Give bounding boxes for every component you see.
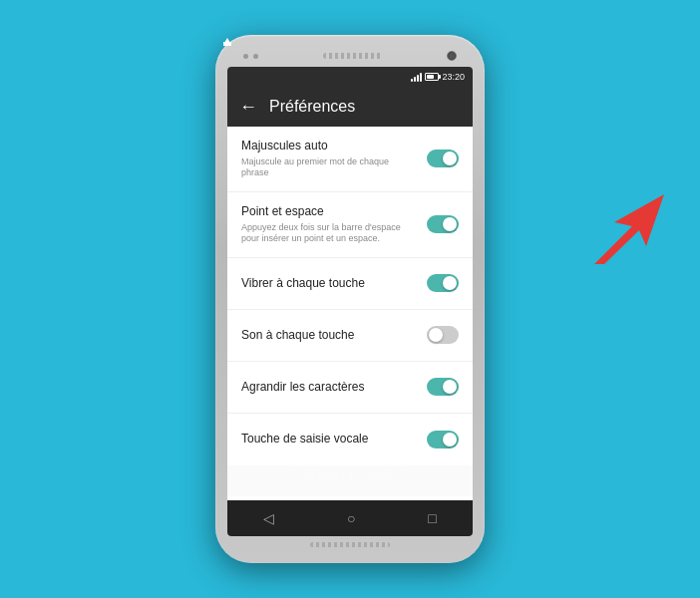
toggle-vibrer[interactable]: [427, 274, 459, 292]
toggle-thumb-vocale: [443, 433, 457, 447]
toggle-track-vocale: [427, 431, 459, 448]
toggle-track-son: [427, 326, 459, 344]
setting-desc-majuscules: Majuscule au premier mot de chaque phras…: [241, 156, 417, 179]
setting-text-majuscules: Majuscules auto Majuscule au premier mot…: [241, 139, 427, 179]
status-bar: 23:20: [227, 67, 473, 87]
setting-item-vocale[interactable]: Touche de saisie vocale: [227, 414, 473, 465]
setting-item-point-espace[interactable]: Point et espace Appuyez deux fois sur la…: [227, 192, 473, 258]
battery-icon: [425, 73, 439, 81]
toggle-agrandir[interactable]: [427, 378, 459, 396]
settings-list: Majuscules auto Majuscule au premier mot…: [227, 127, 473, 496]
toggle-track-majuscules: [427, 150, 459, 167]
setting-item-vibrer[interactable]: Vibrer à chaque touche: [227, 258, 473, 310]
nav-home-button[interactable]: ○: [347, 510, 355, 526]
phone-screen: 23:20 ← Préférences Majuscules auto Maju…: [227, 67, 473, 536]
status-icons: 23:20: [411, 72, 465, 82]
toggle-thumb-point-espace: [443, 217, 457, 231]
toggle-point-espace[interactable]: [427, 215, 459, 233]
toggle-thumb-vibrer: [443, 276, 457, 290]
setting-label-son: Son à chaque touche: [241, 328, 417, 344]
setting-item-agrandir[interactable]: Agrandir les caractères: [227, 362, 473, 414]
setting-text-vocale: Touche de saisie vocale: [241, 432, 427, 448]
sensor-dot-2: [253, 54, 258, 59]
back-button[interactable]: ←: [239, 97, 257, 118]
phone-frame: 23:20 ← Préférences Majuscules auto Maju…: [215, 35, 485, 563]
toggle-thumb-majuscules: [443, 151, 457, 165]
setting-label-vocale: Touche de saisie vocale: [241, 432, 417, 448]
setting-text-son: Son à chaque touche: [241, 328, 427, 344]
setting-label-agrandir: Agrandir les caractères: [241, 380, 417, 396]
toggle-son[interactable]: [427, 326, 459, 344]
toggle-vocale[interactable]: [427, 431, 459, 448]
signal-bars: [411, 72, 422, 82]
setting-desc-point-espace: Appuyez deux fois sur la barre d'espace …: [241, 222, 417, 245]
app-header: ← Préférences: [227, 87, 473, 127]
signal-bar-1: [411, 79, 413, 82]
setting-item-son[interactable]: Son à chaque touche: [227, 310, 473, 362]
setting-label-point-espace: Point et espace: [241, 204, 417, 220]
sensor-dot-1: [243, 54, 248, 59]
front-camera: [447, 51, 457, 61]
front-sensors: [243, 54, 258, 59]
nav-bar: ◁ ○ □: [227, 500, 473, 536]
toggle-thumb-son: [429, 328, 443, 342]
toggle-thumb-agrandir: [443, 380, 457, 394]
battery-fill: [427, 75, 434, 79]
setting-text-vibrer: Vibrer à chaque touche: [241, 276, 427, 292]
status-time: 23:20: [442, 72, 465, 82]
phone-top-sensors: [225, 47, 475, 67]
nav-recent-button[interactable]: □: [428, 510, 436, 526]
toggle-majuscules[interactable]: [427, 150, 459, 167]
signal-bar-2: [414, 77, 416, 82]
phone-bottom-physical: [225, 536, 475, 551]
setting-text-agrandir: Agrandir les caractères: [241, 380, 427, 396]
toggle-track-point-espace: [427, 215, 459, 233]
setting-item-majuscules[interactable]: Majuscules auto Majuscule au premier mot…: [227, 127, 473, 192]
top-speaker: [323, 53, 383, 59]
svg-marker-0: [594, 194, 664, 264]
nav-back-button[interactable]: ◁: [263, 510, 274, 526]
bottom-speaker: [310, 542, 390, 547]
toggle-track-vibrer: [427, 274, 459, 292]
signal-bar-4: [420, 73, 422, 82]
toggle-track-agrandir: [427, 378, 459, 396]
setting-label-majuscules: Majuscules auto: [241, 139, 417, 154]
signal-bar-3: [417, 75, 419, 82]
setting-text-point-espace: Point et espace Appuyez deux fois sur la…: [241, 204, 427, 245]
page-title: Préférences: [269, 98, 355, 116]
setting-label-vibrer: Vibrer à chaque touche: [241, 276, 417, 292]
